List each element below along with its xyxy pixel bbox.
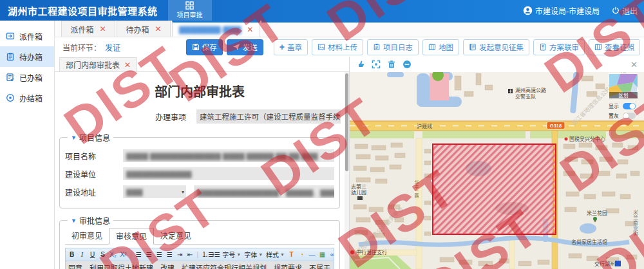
background-color-icon[interactable]: ◔ [298, 251, 305, 259]
toggle-gray-switch[interactable] [623, 113, 636, 119]
collapse-triangle-icon[interactable]: ▼ [71, 134, 77, 141]
grid-icon [185, 1, 194, 10]
strikethrough-button[interactable]: S [99, 251, 106, 259]
power-icon [612, 6, 620, 14]
completed-box-icon [6, 93, 15, 102]
user-menu[interactable]: 市建设局-市建设局 [523, 5, 600, 16]
send-icon [232, 43, 240, 51]
horizontal-rule-icon[interactable]: ― [308, 251, 316, 259]
svg-text:中行潜庄支行: 中行潜庄支行 [356, 249, 387, 255]
opinion-collect-button[interactable]: 发起意见征集 [463, 39, 529, 55]
map-toolbar: ✕ [350, 57, 644, 73]
sidebar-item-completed-box[interactable]: 办结箱 [0, 88, 54, 108]
unordered-list-icon[interactable]: •☰ [212, 251, 219, 259]
toggle-show-switch[interactable] [623, 103, 636, 109]
font-family-dropdown[interactable]: 字体▼ [244, 250, 263, 259]
align-justify-icon[interactable]: ☰ [166, 251, 173, 259]
fullscreen-icon[interactable] [372, 60, 381, 69]
map-selection-polygon[interactable] [433, 144, 556, 234]
bold-button[interactable]: B [68, 251, 75, 259]
subtab-internal-approval-form[interactable]: 部门内部审批表 ✕ [59, 57, 137, 71]
layer-label: 区划 [619, 92, 629, 98]
tab-dispatch-box[interactable]: 派件箱 ✕ [61, 21, 115, 37]
tab-label-redacted: ▇▇▇▇▇▇▇-▇▇▇ [179, 25, 241, 34]
tab-close-icon[interactable]: ✕ [247, 26, 253, 33]
ordered-list-icon[interactable]: ⒈☰ [202, 251, 209, 259]
map-main-road [350, 121, 644, 131]
indent-icon[interactable]: ⇥ [176, 251, 184, 259]
font-color-icon[interactable]: T [288, 251, 295, 259]
address-district-select[interactable]: ▇▇▇ ▾ [123, 185, 186, 198]
matter-row: 办理事项 建筑工程施工许可（建设工程质量监督手续办 [155, 109, 341, 124]
tab-review-opinion[interactable]: 审核意见 [109, 228, 154, 245]
insert-link-icon[interactable]: ∞ [329, 251, 334, 259]
underline-button[interactable]: U [89, 251, 96, 259]
save-button[interactable]: 保存 [186, 39, 223, 55]
joint-review-button[interactable]: 方案联审 [533, 39, 585, 55]
view-certificate-button[interactable]: 查看证照 [589, 39, 640, 55]
done-box-icon [6, 73, 15, 82]
tab-project-active[interactable]: ▇▇▇▇▇▇▇-▇▇▇ ✕ [172, 21, 260, 37]
approval-info-legend: 审批信息 [79, 215, 110, 226]
opinion-editor[interactable]: 同意，利用已取得土地新建、改建、扩建还应符合现行相关规划、规范要求。不属于工业功… [65, 261, 334, 269]
tab-todo-box[interactable]: 待办箱 ✕ [117, 21, 171, 37]
svg-text:名尚家居生活馆: 名尚家居生活馆 [571, 239, 607, 245]
nav-tab-project-approval[interactable]: 项目审批 [168, 0, 212, 21]
g318-label: G318 [550, 123, 562, 129]
map-canvas[interactable]: 浙江省地理信息公共服务平台 浙江省地理信息公共服务平台 沪聂线 G318 [350, 72, 644, 269]
active-tab-accent-line [261, 21, 644, 23]
map-close-icon[interactable]: ✕ [630, 60, 638, 70]
svg-text:交行湖州: 交行湖州 [594, 261, 615, 267]
matter-label: 办理事项 [155, 111, 186, 122]
map-road-vertical-1 [416, 138, 422, 269]
project-name-input[interactable]: ▇▇▇▇ ▇▇▇▇▇▇▇▇▇▇▇▇▇ ▇▇▇▇ ▇▇▇▇▇ ▇▇ ▇▇ ▇▇▇ [123, 149, 334, 162]
construction-address-input[interactable]: ▇▇▇▇▇▇▇▇▇▇▇▇▇▇▇、▇▇▇▇▇、▇▇▇▇▇、▇▇▇▇ [194, 185, 334, 198]
field-project-name: 项目名称 ▇▇▇▇ ▇▇▇▇▇▇▇▇▇▇▇▇▇ ▇▇▇▇ ▇▇▇▇▇ ▇▇ ▇▇… [65, 149, 334, 162]
remove-circle-icon[interactable] [402, 60, 412, 69]
matter-value-field[interactable]: 建筑工程施工许可（建设工程质量监督手续办 [196, 109, 341, 124]
tab-close-icon[interactable]: ✕ [99, 25, 106, 33]
toggle-gray-label: 置灰 [609, 113, 619, 119]
sidebar-item-todo-box[interactable]: 待办箱 [0, 46, 54, 67]
superscript-button[interactable]: X² [120, 251, 127, 259]
tab-decision-opinion[interactable]: 决定意见 [154, 228, 198, 244]
chevron-down-icon: ▾ [182, 189, 184, 195]
tab-preliminary-opinion[interactable]: 初审意见 [65, 228, 109, 244]
trash-icon[interactable] [387, 60, 396, 69]
construction-unit-input[interactable]: ▇▇▇▇▇▇▇▇▇▇▇▇ [123, 167, 334, 180]
scrollbar-thumb[interactable] [345, 73, 348, 171]
subscript-button[interactable]: X₂ [109, 251, 117, 259]
sidebar-item-label: 派件箱 [19, 31, 43, 42]
stamp-button[interactable]: + 盖章 [274, 39, 308, 55]
tab-close-icon[interactable]: ✕ [155, 25, 161, 33]
project-info-section: ▼ 项目信息 项目名称 ▇▇▇▇ ▇▇▇▇▇▇▇▇▇▇▇▇▇ ▇▇▇▇ ▇▇▇▇… [59, 132, 340, 209]
vertical-road-label: 华丰二路 [414, 180, 419, 199]
align-center-icon[interactable]: ☰ [146, 251, 153, 259]
form-scroll-area: 部门内部审批表 办理事项 建筑工程施工许可（建设工程质量监督手续办 ▼ 项目信息… [55, 72, 345, 269]
form-scrollbar[interactable] [345, 72, 349, 269]
svg-text:米兰商业街: 米兰商业街 [632, 209, 638, 236]
italic-button[interactable]: I [79, 251, 86, 259]
style-dropdown[interactable]: 样式▼ [266, 250, 285, 259]
material-upload-button[interactable]: 材料上传 [312, 39, 363, 55]
insert-image-icon[interactable]: ▦ [319, 251, 326, 259]
sidebar-item-dispatch-box[interactable]: 派件箱 [0, 26, 54, 46]
sidebar-item-done-box[interactable]: 已办箱 [0, 67, 54, 88]
top-header: 湖州市工程建设项目审批管理系统 项目审批 市建设局-市建设局 [0, 0, 644, 21]
outdent-icon[interactable]: ⇤ [187, 251, 194, 259]
subtab-close-icon[interactable]: ✕ [124, 60, 131, 70]
font-size-dropdown[interactable]: 字号▼ [222, 250, 241, 259]
send-button[interactable]: 发送 [227, 39, 263, 55]
pan-hand-icon[interactable] [356, 60, 365, 69]
project-log-button[interactable]: 项目日志 [367, 39, 419, 55]
main-tabstrip: 派件箱 ✕ 待办箱 ✕ ▇▇▇▇▇▇▇-▇▇▇ ✕ [55, 21, 644, 37]
align-right-icon[interactable]: ☰ [156, 251, 163, 259]
document-icon [539, 43, 547, 51]
logout-button[interactable]: 退出 [612, 5, 638, 16]
certificate-icon [594, 43, 602, 51]
align-left-icon[interactable]: ☰ [135, 251, 142, 259]
map-button[interactable]: 地图 [422, 39, 459, 55]
svg-text:幼儿园: 幼儿园 [351, 189, 366, 196]
save-icon [192, 43, 200, 51]
collapse-triangle-icon[interactable]: ▼ [71, 218, 77, 224]
